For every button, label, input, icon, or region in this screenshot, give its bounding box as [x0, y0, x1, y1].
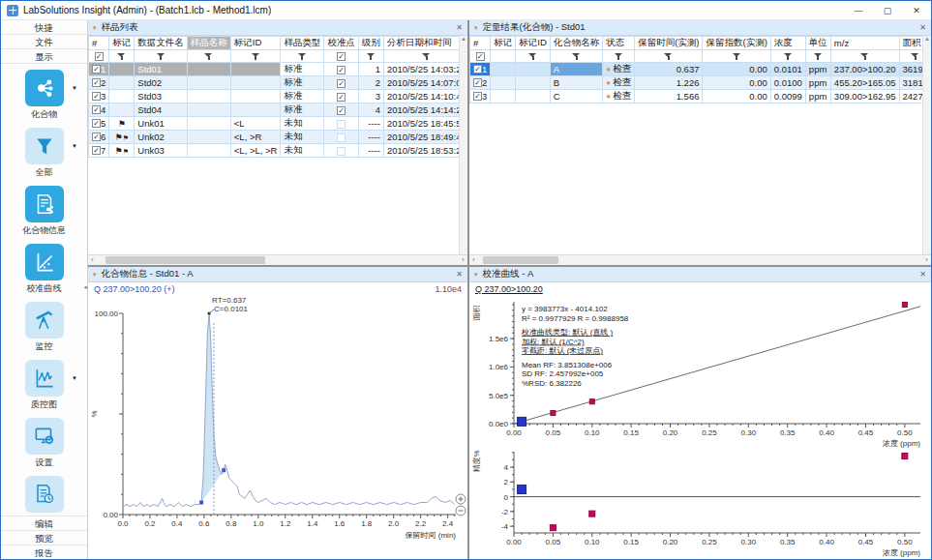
filter-cell[interactable] [324, 50, 359, 63]
residual-point[interactable] [589, 512, 595, 517]
calibration-channel-link[interactable]: Q 237.00>100.20 [475, 284, 543, 294]
filter-cell[interactable] [770, 50, 805, 63]
sidebar-section-1[interactable]: 快捷 [1, 20, 87, 35]
filter-cell[interactable] [230, 50, 281, 63]
sidebar-item-calibration-curve[interactable]: 校准曲线 [1, 244, 87, 295]
calib-checkbox[interactable] [337, 93, 346, 102]
filter-funnel-icon[interactable] [784, 52, 793, 61]
filter-funnel-icon[interactable] [204, 52, 213, 61]
row-number-cell[interactable]: 1 [89, 63, 109, 76]
column-header[interactable]: 标记ID [230, 37, 281, 50]
scroll-left-icon[interactable]: ‹ [88, 256, 97, 263]
sidebar-collapse-icon[interactable]: ◂ [83, 283, 87, 291]
calibration-point[interactable] [902, 302, 907, 307]
calibration-point-selected[interactable] [518, 417, 526, 426]
panel-menu-icon[interactable]: ▾ [474, 271, 478, 279]
column-header[interactable]: 标记 [109, 37, 135, 50]
column-header[interactable]: 数据文件名 [135, 37, 188, 50]
quant-table-vscrollbar[interactable]: ▲ [922, 36, 931, 254]
row-checkbox[interactable] [92, 146, 101, 155]
row-checkbox[interactable] [92, 133, 101, 141]
column-header[interactable]: 校准点 [324, 37, 359, 50]
close-icon[interactable]: ✕ [456, 23, 463, 32]
row-number-cell[interactable]: 2 [470, 76, 491, 90]
column-header[interactable]: 样品名称 [187, 37, 230, 50]
column-header[interactable]: 浓度 [770, 37, 805, 50]
close-button[interactable]: ✕ [902, 1, 931, 19]
row-number-cell[interactable]: 3 [89, 90, 109, 103]
column-header[interactable]: 级别 [358, 37, 383, 50]
filter-cell[interactable] [470, 50, 491, 63]
calib-checkbox[interactable] [337, 79, 346, 88]
filter-funnel-icon[interactable] [733, 52, 741, 61]
table-row[interactable]: 6⚑⚑Unk02<L, >R未知----2010/5/25 18:49:4061 [89, 131, 468, 144]
filter-cell[interactable] [830, 50, 899, 63]
column-header[interactable]: 保留指数(实测) [703, 37, 770, 50]
row-number-cell[interactable]: 2 [89, 76, 109, 90]
scroll-thumb[interactable] [483, 256, 558, 264]
column-header[interactable]: 标记ID [516, 37, 551, 50]
calib-checkbox[interactable] [337, 66, 346, 74]
close-icon[interactable]: ✕ [456, 270, 463, 279]
table-row[interactable]: 2Std02标准22010/5/25 14:07:0021 [89, 76, 468, 90]
sidebar-item-molecule[interactable]: ▼化合物 [1, 70, 87, 121]
row-checkbox[interactable] [473, 65, 482, 74]
row-checkbox[interactable] [92, 92, 101, 101]
sample-table-vscrollbar[interactable]: ▲ [459, 36, 467, 254]
calib-checkbox[interactable] [337, 120, 346, 129]
table-row[interactable]: 1A●检查0.6370.000.0101ppm237.00>100.203619… [470, 63, 932, 76]
chevron-down-icon[interactable]: ▼ [72, 375, 77, 381]
filter-cell[interactable] [516, 50, 551, 63]
row-number-cell[interactable]: 6 [89, 131, 109, 144]
filter-cell[interactable] [135, 50, 188, 63]
filter-checkbox[interactable] [337, 52, 346, 61]
scroll-right-icon[interactable]: › [459, 256, 467, 263]
calib-checkbox[interactable] [337, 147, 346, 156]
column-header[interactable]: 分析日期和时间 [383, 37, 467, 50]
filter-funnel-icon[interactable] [664, 52, 673, 61]
column-header[interactable]: 单位 [805, 37, 830, 50]
row-checkbox[interactable] [92, 119, 101, 128]
filter-cell[interactable] [187, 50, 230, 63]
table-row[interactable]: 7⚑⚑Unk03<L, >L, >R未知----2010/5/25 18:53:… [89, 144, 468, 158]
column-header[interactable]: 样品类型 [281, 37, 324, 50]
column-header[interactable]: 标记 [491, 37, 516, 50]
residual-point[interactable] [550, 525, 556, 531]
panel-menu-icon[interactable]: ▾ [93, 271, 97, 279]
quant-table-hscrollbar[interactable]: ‹ › [469, 254, 931, 265]
integration-start-marker[interactable] [199, 501, 203, 505]
filter-checkbox[interactable] [476, 52, 485, 61]
filter-funnel-icon[interactable] [157, 52, 165, 61]
minimize-button[interactable]: — [844, 1, 873, 19]
sidebar-section-2[interactable]: 文件 [1, 35, 87, 49]
column-header[interactable]: 化合物名称 [550, 37, 603, 50]
table-row[interactable]: 1Std01标准12010/5/25 14:03:2011 [89, 63, 468, 76]
filter-cell[interactable] [89, 50, 109, 63]
filter-funnel-icon[interactable] [615, 52, 623, 61]
panel-menu-icon[interactable]: ▾ [474, 24, 478, 32]
filter-checkbox[interactable] [95, 52, 104, 61]
filter-cell[interactable] [358, 50, 383, 63]
column-header[interactable]: # [470, 37, 491, 50]
row-number-cell[interactable]: 7 [89, 144, 109, 158]
integration-end-marker[interactable] [222, 468, 225, 472]
table-row[interactable]: 4Std04标准42010/5/25 14:14:2141 [89, 103, 468, 117]
row-checkbox[interactable] [473, 78, 482, 87]
sidebar-bottom-section-2[interactable]: 预览 [1, 530, 87, 545]
table-row[interactable]: 2B●检查1.2260.000.0100ppm455.20>165.053181… [470, 76, 932, 90]
filter-cell[interactable] [383, 50, 467, 63]
filter-funnel-icon[interactable] [367, 52, 376, 61]
filter-funnel-icon[interactable] [814, 52, 823, 61]
table-row[interactable]: 5⚑Unk01<L未知----2010/5/25 18:45:5951 [89, 117, 468, 131]
sidebar-item-filter[interactable]: ▼全部 [1, 128, 87, 179]
filter-cell[interactable] [635, 50, 703, 63]
filter-cell[interactable] [703, 50, 770, 63]
scroll-thumb[interactable] [105, 256, 265, 264]
panel-menu-icon[interactable]: ▾ [93, 24, 97, 32]
column-header[interactable]: # [89, 37, 109, 50]
filter-funnel-icon[interactable] [117, 52, 126, 61]
filter-cell[interactable] [603, 50, 635, 63]
filter-funnel-icon[interactable] [528, 52, 537, 61]
chevron-down-icon[interactable]: ▼ [72, 85, 77, 91]
column-header[interactable]: m/z [830, 37, 899, 50]
